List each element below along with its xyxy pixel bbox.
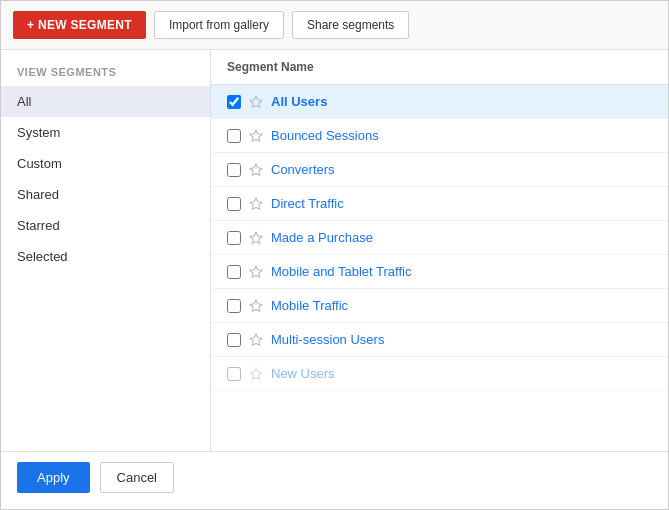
sidebar-item-custom[interactable]: Custom [1, 148, 210, 179]
segment-name: New Users [271, 366, 335, 381]
column-header: Segment Name [211, 50, 668, 85]
segment-checkbox-made-a-purchase[interactable] [227, 231, 241, 245]
table-row[interactable]: Direct Traffic [211, 187, 668, 221]
table-row[interactable]: Mobile and Tablet Traffic [211, 255, 668, 289]
segment-name: Bounced Sessions [271, 128, 379, 143]
segments-list: Segment Name All Users Bounced Sessions … [211, 50, 668, 451]
svg-marker-0 [250, 96, 262, 107]
svg-marker-1 [250, 130, 262, 141]
sidebar-section-label: VIEW SEGMENTS [1, 62, 210, 86]
sidebar-item-shared[interactable]: Shared [1, 179, 210, 210]
segment-checkbox-mobile-traffic[interactable] [227, 299, 241, 313]
table-row[interactable]: All Users [211, 85, 668, 119]
segment-name: Mobile Traffic [271, 298, 348, 313]
star-icon[interactable] [249, 163, 263, 177]
star-icon[interactable] [249, 129, 263, 143]
segment-name: Direct Traffic [271, 196, 344, 211]
sidebar-item-starred[interactable]: Starred [1, 210, 210, 241]
star-icon[interactable] [249, 197, 263, 211]
segment-checkbox-new-users[interactable] [227, 367, 241, 381]
apply-button[interactable]: Apply [17, 462, 90, 493]
star-icon[interactable] [249, 95, 263, 109]
segment-checkbox-mobile-tablet[interactable] [227, 265, 241, 279]
segment-name: Mobile and Tablet Traffic [271, 264, 411, 279]
segment-name: All Users [271, 94, 327, 109]
segment-checkbox-converters[interactable] [227, 163, 241, 177]
table-row[interactable]: Made a Purchase [211, 221, 668, 255]
segment-name: Multi-session Users [271, 332, 384, 347]
star-icon[interactable] [249, 333, 263, 347]
svg-marker-7 [250, 334, 262, 345]
segment-checkbox-all-users[interactable] [227, 95, 241, 109]
star-icon[interactable] [249, 299, 263, 313]
cancel-button[interactable]: Cancel [100, 462, 174, 493]
svg-marker-3 [250, 198, 262, 209]
svg-marker-5 [250, 266, 262, 277]
header: + NEW SEGMENT Import from gallery Share … [1, 1, 668, 50]
import-from-gallery-button[interactable]: Import from gallery [154, 11, 284, 39]
sidebar: VIEW SEGMENTS All System Custom Shared S… [1, 50, 211, 451]
table-row[interactable]: Bounced Sessions [211, 119, 668, 153]
svg-marker-4 [250, 232, 262, 243]
segment-checkbox-bounced-sessions[interactable] [227, 129, 241, 143]
sidebar-item-all[interactable]: All [1, 86, 210, 117]
segment-checkbox-direct-traffic[interactable] [227, 197, 241, 211]
footer: Apply Cancel [1, 451, 668, 503]
table-row[interactable]: Converters [211, 153, 668, 187]
svg-marker-2 [250, 164, 262, 175]
segment-checkbox-multi-session[interactable] [227, 333, 241, 347]
table-row[interactable]: New Users [211, 357, 668, 391]
main-content: VIEW SEGMENTS All System Custom Shared S… [1, 50, 668, 451]
share-segments-button[interactable]: Share segments [292, 11, 409, 39]
segment-name: Made a Purchase [271, 230, 373, 245]
star-icon[interactable] [249, 231, 263, 245]
table-row[interactable]: Multi-session Users [211, 323, 668, 357]
new-segment-button[interactable]: + NEW SEGMENT [13, 11, 146, 39]
svg-marker-8 [250, 368, 262, 379]
segment-name: Converters [271, 162, 335, 177]
svg-marker-6 [250, 300, 262, 311]
star-icon[interactable] [249, 265, 263, 279]
sidebar-item-system[interactable]: System [1, 117, 210, 148]
sidebar-item-selected[interactable]: Selected [1, 241, 210, 272]
star-icon[interactable] [249, 367, 263, 381]
table-row[interactable]: Mobile Traffic [211, 289, 668, 323]
